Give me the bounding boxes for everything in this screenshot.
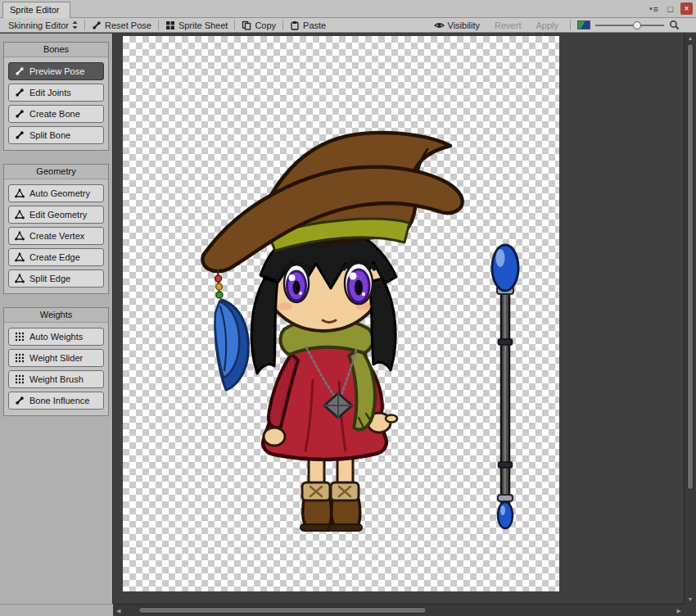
dropdown-arrows-icon xyxy=(72,20,78,29)
edit-geometry-icon xyxy=(15,210,25,220)
horizontal-scrollbar[interactable]: ◀ ▶ xyxy=(114,604,684,616)
staff-gem-bottom xyxy=(498,502,513,528)
apply-button[interactable]: Apply xyxy=(531,19,563,32)
tab-title: Sprite Editor xyxy=(10,5,60,15)
panel-weights-body: Auto Weights Weight Slider Weight Brush … xyxy=(4,323,108,415)
reset-pose-button[interactable]: Reset Pose xyxy=(87,19,156,32)
window-controls: ▾≡ □ × xyxy=(648,2,693,15)
edit-geometry-button[interactable]: Edit Geometry xyxy=(8,206,104,224)
panel-weights: Weights Auto Weights Weight Slider Weigh… xyxy=(3,307,109,416)
panel-geometry-body: Auto Geometry Edit Geometry Create Verte… xyxy=(4,179,108,293)
bone-influence-button[interactable]: Bone Influence xyxy=(8,392,104,410)
copy-button[interactable]: Copy xyxy=(237,19,281,32)
paste-icon xyxy=(290,20,300,30)
zoom-slider-thumb[interactable] xyxy=(633,21,641,29)
toolbar-separator xyxy=(84,20,85,30)
zoom-slider-track[interactable] xyxy=(595,25,664,26)
panel-bones-body: Preview Pose Edit Joints Create Bone Spl… xyxy=(4,57,108,150)
panel-geometry-title: Geometry xyxy=(4,165,108,179)
boots xyxy=(301,482,362,531)
auto-weights-button[interactable]: Auto Weights xyxy=(8,328,104,346)
sidebar-footer xyxy=(0,604,113,616)
reset-pose-icon xyxy=(92,20,102,30)
toolbar: Skinning Editor Reset Pose Sprite Sheet … xyxy=(0,18,696,33)
visibility-eye-icon xyxy=(434,20,445,30)
sprite-editor-window: Sprite Editor ▾≡ □ × Skinning Editor Res… xyxy=(0,0,696,616)
copy-icon xyxy=(242,20,251,30)
panel-bones: Bones Preview Pose Edit Joints Create Bo… xyxy=(3,42,109,151)
split-edge-icon xyxy=(15,274,25,283)
zoom-icon xyxy=(669,20,680,30)
toolbar-right-group: Visibility Revert Apply xyxy=(429,19,680,32)
create-edge-button[interactable]: Create Edge xyxy=(8,248,104,266)
skinning-mode-dropdown[interactable]: Skinning Editor xyxy=(3,19,83,32)
skinning-viewport[interactable] xyxy=(114,34,684,604)
auto-geometry-icon xyxy=(15,188,25,198)
sprite-sheet-button[interactable]: Sprite Sheet xyxy=(160,19,233,32)
paste-button[interactable]: Paste xyxy=(285,19,331,32)
pane-menu-icon[interactable]: ▾≡ xyxy=(648,2,660,15)
sprite-canvas[interactable] xyxy=(123,36,559,591)
create-edge-icon xyxy=(15,252,25,262)
create-bone-icon xyxy=(15,109,25,119)
toolbar-separator xyxy=(570,20,571,30)
toolbar-separator xyxy=(234,20,235,30)
scroll-left-icon[interactable]: ◀ xyxy=(116,608,120,614)
visibility-button[interactable]: Visibility xyxy=(429,19,486,32)
staff-gem-top xyxy=(492,245,518,291)
preview-pose-icon xyxy=(15,66,25,76)
texture-preview-swatch[interactable] xyxy=(577,20,590,29)
toolbar-separator xyxy=(282,20,283,30)
split-bone-button[interactable]: Split Bone xyxy=(8,126,104,144)
vertical-scrollbar-thumb[interactable] xyxy=(687,43,694,490)
auto-geometry-button[interactable]: Auto Geometry xyxy=(8,184,104,202)
scrollbar-corner xyxy=(684,604,696,616)
sprite-artwork xyxy=(123,36,559,591)
panel-geometry: Geometry Auto Geometry Edit Geometry Cre… xyxy=(3,164,109,294)
scroll-up-icon[interactable]: ▲ xyxy=(685,35,696,41)
horizontal-scrollbar-thumb[interactable] xyxy=(138,607,427,614)
staff xyxy=(492,245,518,528)
panel-weights-title: Weights xyxy=(4,308,108,323)
hair-tail-left xyxy=(251,279,278,374)
tool-sidebar: Bones Preview Pose Edit Joints Create Bo… xyxy=(0,34,113,604)
zoom-slider[interactable] xyxy=(595,20,664,31)
feather-charm xyxy=(215,270,249,390)
split-edge-button[interactable]: Split Edge xyxy=(8,270,104,288)
create-vertex-button[interactable]: Create Vertex xyxy=(8,227,104,245)
edit-joints-icon xyxy=(15,88,25,97)
vertical-scrollbar[interactable]: ▲ ▼ xyxy=(684,34,696,604)
scroll-down-icon[interactable]: ▼ xyxy=(685,596,696,602)
create-vertex-icon xyxy=(15,231,25,241)
weight-slider-button[interactable]: Weight Slider xyxy=(8,349,104,367)
preview-pose-button[interactable]: Preview Pose xyxy=(8,62,104,80)
weight-slider-icon xyxy=(15,353,25,363)
edit-joints-button[interactable]: Edit Joints xyxy=(8,84,104,102)
toolbar-separator xyxy=(158,20,159,30)
weight-brush-button[interactable]: Weight Brush xyxy=(8,370,104,388)
panel-bones-title: Bones xyxy=(4,43,108,57)
weight-brush-icon xyxy=(15,374,25,384)
titlebar: Sprite Editor ▾≡ □ × xyxy=(0,0,696,18)
create-bone-button[interactable]: Create Bone xyxy=(8,105,104,123)
bone-influence-icon xyxy=(15,396,25,405)
split-bone-icon xyxy=(15,130,25,140)
tab-sprite-editor[interactable]: Sprite Editor xyxy=(2,2,70,18)
auto-weights-icon xyxy=(15,332,25,342)
hair-tail-right xyxy=(369,279,395,370)
scroll-right-icon[interactable]: ▶ xyxy=(677,608,681,614)
revert-button[interactable]: Revert xyxy=(490,19,526,32)
sprite-sheet-icon xyxy=(165,20,175,30)
close-icon[interactable]: × xyxy=(680,2,693,15)
maximize-icon[interactable]: □ xyxy=(664,2,676,15)
